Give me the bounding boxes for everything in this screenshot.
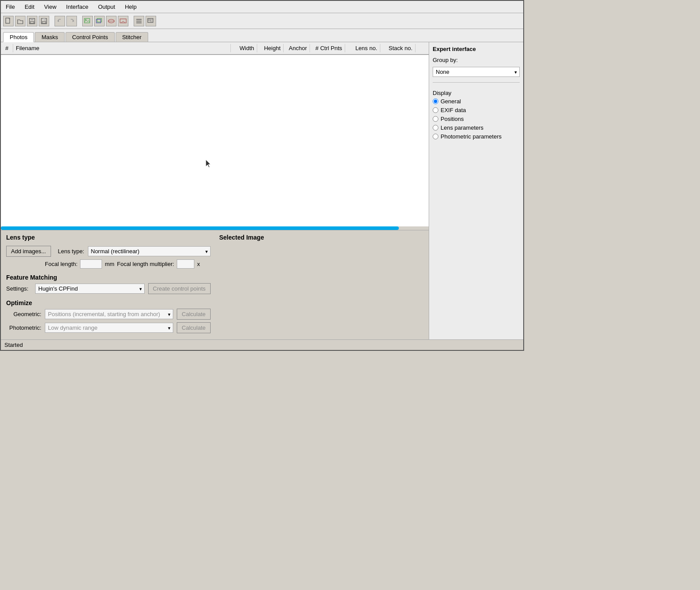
panorama-button[interactable]	[106, 16, 117, 26]
group-by-select[interactable]: None Lens Stack	[433, 67, 520, 77]
radio-photometric-label: Photometric parameters	[441, 133, 502, 140]
settings-row: Settings: Hugin's CPFind CPFind + Celest…	[6, 283, 211, 294]
col-ctrlpnts: # Ctrl Pnts	[310, 44, 345, 52]
feature-matching-section: Feature Matching Settings: Hugin's CPFin…	[6, 274, 211, 294]
radio-lens-params-input[interactable]	[433, 125, 438, 131]
geometric-row: Geometric: Positions (incremental, start…	[6, 309, 211, 320]
geometric-label: Geometric:	[6, 311, 41, 317]
right-panel: Expert interface Group by: None Lens Sta…	[429, 42, 523, 339]
radio-general-input[interactable]	[433, 98, 438, 104]
optimize-title: Optimize	[6, 299, 211, 306]
focal-length-label: Focal length:	[45, 261, 77, 267]
radio-general-label: General	[441, 98, 461, 105]
tab-photos[interactable]: Photos	[3, 32, 34, 42]
settings-select[interactable]: Hugin's CPFind CPFind + Celeste Autopano	[35, 284, 145, 294]
radio-photometric[interactable]: Photometric parameters	[433, 133, 520, 140]
photometric-select[interactable]: Low dynamic range High dynamic range Cus…	[45, 323, 173, 333]
lens-type-row: Add images... Lens type: Normal (rectili…	[6, 246, 211, 257]
geometric-select[interactable]: Positions (incremental, starting from an…	[45, 309, 173, 319]
menu-view[interactable]: View	[42, 3, 58, 11]
horizontal-scrollbar[interactable]	[1, 226, 429, 230]
lens-type-section: Lens type Add images... Lens type: Norma…	[6, 234, 211, 269]
scrollbar-thumb[interactable]	[1, 226, 399, 230]
radio-exif[interactable]: EXIF data	[433, 107, 520, 113]
svg-marker-22	[151, 20, 153, 22]
svg-text:+: +	[44, 18, 46, 21]
display-label: Display	[433, 90, 520, 96]
expert-interface-title: Expert interface	[433, 46, 520, 52]
bottom-right: Selected Image	[211, 234, 424, 336]
photometric-label: Photometric:	[6, 324, 41, 331]
col-stackno: Stack no.	[380, 44, 416, 52]
table-body	[1, 55, 429, 226]
svg-rect-10	[84, 18, 90, 23]
new-button[interactable]	[3, 16, 14, 26]
selected-image-label: Selected Image	[219, 234, 264, 241]
calculate-geometric-button[interactable]: Calculate	[177, 309, 210, 320]
focal-multiplier-unit: x	[197, 261, 200, 267]
radio-lens-params[interactable]: Lens parameters	[433, 124, 520, 131]
svg-rect-21	[149, 19, 150, 21]
menu-edit[interactable]: Edit	[22, 3, 36, 11]
main-area: # Filename Width Height Anchor # Ctrl Pn…	[1, 42, 523, 339]
tab-bar: Photos Masks Control Points Stitcher	[1, 29, 523, 42]
tab-control-points[interactable]: Control Points	[66, 32, 115, 42]
calculate-photometric-button[interactable]: Calculate	[177, 322, 210, 333]
add-image-button[interactable]	[82, 16, 93, 26]
panorama2-button[interactable]	[118, 16, 128, 26]
svg-rect-2	[31, 18, 33, 20]
preview-button[interactable]	[146, 16, 156, 26]
display-radio-group: General EXIF data Positions Lens paramet…	[433, 98, 520, 140]
settings-select-wrapper: Hugin's CPFind CPFind + Celeste Autopano	[35, 284, 145, 294]
cursor	[205, 159, 212, 166]
menu-output[interactable]: Output	[96, 3, 117, 11]
svg-rect-16	[120, 19, 126, 23]
svg-rect-6	[42, 22, 46, 23]
photometric-select-wrapper: Low dynamic range High dynamic range Cus…	[45, 323, 173, 333]
col-extra	[416, 44, 429, 52]
bottom-left: Lens type Add images... Lens type: Norma…	[6, 234, 211, 336]
undo-button[interactable]	[55, 16, 65, 26]
menu-bar: File Edit View Interface Output Help	[1, 1, 523, 13]
lens-type-title: Lens type	[6, 234, 211, 241]
radio-lens-params-label: Lens parameters	[441, 124, 484, 131]
add-image2-button[interactable]	[94, 16, 105, 26]
tab-masks[interactable]: Masks	[35, 32, 65, 42]
menu-help[interactable]: Help	[123, 3, 139, 11]
col-filename: Filename	[13, 44, 231, 52]
radio-exif-label: EXIF data	[441, 107, 466, 113]
bottom-cols: Lens type Add images... Lens type: Norma…	[6, 234, 423, 336]
col-height: Height	[257, 44, 284, 52]
menu-file[interactable]: File	[4, 3, 17, 11]
status-bar: Started	[1, 339, 523, 350]
radio-general[interactable]: General	[433, 98, 520, 105]
radio-exif-input[interactable]	[433, 107, 438, 113]
focal-multiplier-input[interactable]	[177, 259, 194, 269]
tab-stitcher[interactable]: Stitcher	[116, 32, 148, 42]
settings-label: Settings:	[6, 285, 32, 292]
geometric-select-wrapper: Positions (incremental, starting from an…	[45, 309, 173, 319]
focal-length-input[interactable]	[80, 259, 102, 269]
radio-photometric-input[interactable]	[433, 134, 438, 139]
open-button[interactable]	[15, 16, 26, 26]
toolbar: +	[1, 13, 523, 29]
col-hash: #	[1, 44, 13, 52]
redo-button[interactable]	[66, 16, 77, 26]
focal-row: Focal length: mm Focal length multiplier…	[45, 259, 211, 269]
center-panel: # Filename Width Height Anchor # Ctrl Pn…	[1, 42, 429, 339]
col-width: Width	[231, 44, 257, 52]
lens-type-select-wrapper: Normal (rectilinear) Fisheye Equirectang…	[88, 246, 211, 256]
table-header: # Filename Width Height Anchor # Ctrl Pn…	[1, 42, 429, 55]
save-as-button[interactable]: +	[39, 16, 49, 26]
create-cp-button[interactable]: Create control points	[148, 283, 211, 294]
save-button[interactable]	[27, 16, 37, 26]
radio-positions-input[interactable]	[433, 116, 438, 122]
group-by-select-wrapper: None Lens Stack	[433, 67, 520, 77]
menu-interface[interactable]: Interface	[64, 3, 91, 11]
lens-type-select[interactable]: Normal (rectilinear) Fisheye Equirectang…	[88, 246, 211, 256]
svg-rect-3	[30, 22, 34, 23]
radio-positions[interactable]: Positions	[433, 116, 520, 122]
lines-button[interactable]	[134, 16, 144, 26]
photometric-row: Photometric: Low dynamic range High dyna…	[6, 322, 211, 333]
add-images-button[interactable]: Add images...	[6, 246, 51, 257]
